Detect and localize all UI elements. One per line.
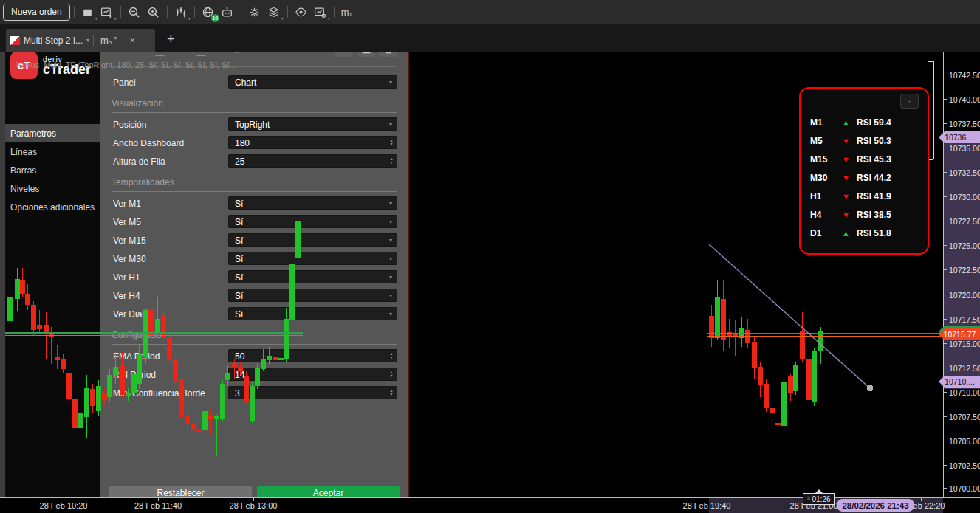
- new-order-button[interactable]: Nueva orden: [3, 4, 70, 21]
- automate-gear-icon: [248, 6, 261, 18]
- zoom-out-icon: [128, 6, 140, 18]
- bot-icon: [221, 6, 233, 18]
- rsi-dashboard-panel: · M1▲RSI 59.4M5▼RSI 50.3M15▼RSI 45.3M30▼…: [799, 87, 929, 255]
- price-tick: 10722.50: [944, 266, 980, 275]
- zoom-in-icon[interactable]: [144, 2, 163, 21]
- rsi-value: RSI 38.5: [857, 210, 891, 220]
- price-tick: 10735.00: [944, 144, 980, 153]
- chevron-down-icon: ▾: [328, 16, 330, 21]
- bar-countdown-tooltip[interactable]: ⠿ 01:26: [803, 493, 835, 505]
- toolbar-separator: [194, 6, 195, 18]
- rsi-value: RSI 41.9: [857, 191, 891, 202]
- rsi-row-m5: M5▼RSI 50.3: [801, 131, 928, 150]
- collapsed-panel-strip[interactable]: [0, 52, 5, 497]
- indicator-info-text: Nexus_Multi_TF (TopRight, 180, 25, Sí, S…: [16, 61, 236, 69]
- drag-grip-icon: ⠿: [806, 496, 810, 502]
- arrow-down-icon: ▼: [842, 173, 850, 182]
- price-tick: 10717.50: [944, 315, 980, 324]
- arrow-down-icon: ▼: [842, 210, 850, 219]
- globe-clock-icon[interactable]: 10: [199, 2, 218, 21]
- timeframe-label: H4: [810, 210, 821, 220]
- price-tag-purple: 10710....: [939, 376, 980, 388]
- price-tick: 10720.00: [944, 291, 980, 300]
- add-tab-button[interactable]: +: [167, 32, 175, 47]
- price-tick: 10737.50: [944, 120, 980, 128]
- rsi-row-d1: D1▲RSI 51.8: [801, 224, 928, 242]
- price-tag-purple: 10736....: [939, 131, 980, 143]
- countdown-value: 01:26: [812, 495, 831, 503]
- eye-icon[interactable]: [292, 2, 311, 21]
- rsi-value: RSI 50.3: [857, 136, 891, 146]
- rsi-value: RSI 51.8: [857, 228, 891, 238]
- timeframe-m1-label[interactable]: m1: [338, 7, 355, 18]
- price-tick: 10727.50: [944, 217, 980, 226]
- trendline-handle[interactable]: [867, 385, 874, 392]
- eye-icon: [295, 6, 307, 18]
- rsi-row-h4: H4▼RSI 38.5: [801, 205, 928, 224]
- toolbar-separator: [287, 6, 288, 18]
- zoom-out-icon[interactable]: [125, 2, 144, 21]
- rsi-row-h1: H1▼RSI 41.9: [801, 187, 928, 205]
- chevron-down-icon: ▾: [114, 16, 117, 21]
- add-indicator-icon: [100, 6, 113, 18]
- price-tick: 10742.50: [944, 71, 980, 80]
- countdown-pointer: [815, 489, 823, 493]
- time-label: 28 Feb 13:00: [230, 501, 278, 510]
- divider: [93, 35, 94, 46]
- tab-timeframe-selector[interactable]: m5▾: [97, 35, 120, 46]
- objects-layers-icon[interactable]: ▾: [264, 2, 284, 21]
- toolbar-separator: [120, 6, 121, 18]
- add-indicator-icon[interactable]: ▾: [97, 2, 117, 21]
- timeframe-label: M15: [810, 154, 827, 165]
- price-tick: 10702.50: [944, 461, 980, 470]
- arrow-down-icon: ▼: [842, 155, 850, 164]
- selected-time-tag: 28/02/2026 21:43: [837, 499, 914, 512]
- price-tick: 10732.50: [944, 168, 980, 177]
- timeframe-label: D1: [810, 228, 821, 238]
- zoom-in-icon: [147, 6, 160, 18]
- time-label: 28 Feb 10:20: [40, 501, 88, 510]
- price-tick: 10700.00: [944, 484, 980, 493]
- price-tick: 10725.00: [944, 241, 980, 250]
- rsi-row-m15: M15▼RSI 45.3: [801, 150, 928, 168]
- time-label: 28 Feb 11:40: [134, 501, 182, 510]
- rectangle-icon[interactable]: ▾: [78, 2, 97, 21]
- chevron-down-icon: ▾: [281, 16, 284, 21]
- price-tick: 10715.00: [944, 340, 980, 348]
- chevron-down-icon[interactable]: ▾: [86, 37, 89, 44]
- arrow-down-icon: ▼: [842, 192, 850, 201]
- chart-settings-icon: [314, 6, 326, 18]
- price-tick: 10730.00: [944, 193, 980, 202]
- indicators-icon[interactable]: ▾: [171, 2, 191, 21]
- arrow-up-icon: ▲: [842, 118, 850, 127]
- price-tick: 10740.00: [944, 95, 980, 104]
- rsi-value: RSI 44.2: [857, 173, 891, 183]
- timeframe-label: M5: [810, 136, 823, 146]
- bot-icon[interactable]: [218, 2, 237, 21]
- toolbar-separator: [241, 6, 241, 18]
- toolbar-separator: [74, 6, 75, 18]
- arrow-up-icon: ▲: [842, 229, 850, 238]
- panel-minimize-button[interactable]: ·: [900, 94, 919, 109]
- tab-label: Multi Step 2 I...: [24, 35, 83, 46]
- chart-settings-icon[interactable]: ▾: [311, 2, 330, 21]
- chevron-down-icon: ▾: [188, 16, 191, 21]
- price-tick: 10712.50: [944, 364, 980, 373]
- tab-close-icon[interactable]: ×: [129, 35, 135, 46]
- objects-layers-icon: [267, 6, 280, 18]
- price-axis[interactable]: 10742.5010740.0010737.5010735.0010732.50…: [943, 52, 980, 497]
- tab-multi-step[interactable]: Multi Step 2 I... ▾ m5▾ ×: [6, 29, 155, 52]
- rsi-row-m1: M1▲RSI 59.4: [801, 113, 928, 131]
- indicators-icon: [174, 6, 187, 18]
- rsi-row-m30: M30▼RSI 44.2: [801, 168, 928, 187]
- chart-tab-icon: [10, 36, 20, 45]
- rsi-value: RSI 45.3: [857, 154, 891, 165]
- price-tick: 10705.00: [944, 437, 980, 446]
- automate-gear-icon[interactable]: [245, 2, 264, 21]
- toolbar-separator: [167, 6, 168, 18]
- toolbar-separator: [334, 6, 335, 18]
- price-tag-orange: 10715.77: [939, 328, 980, 340]
- timeframe-label: M1: [810, 117, 823, 128]
- ctrader-app: Nueva orden ▾▾▾10▾▾m1 Multi Step 2 I... …: [0, 0, 980, 513]
- toolbar-icons: ▾▾▾10▾▾m1: [70, 2, 355, 21]
